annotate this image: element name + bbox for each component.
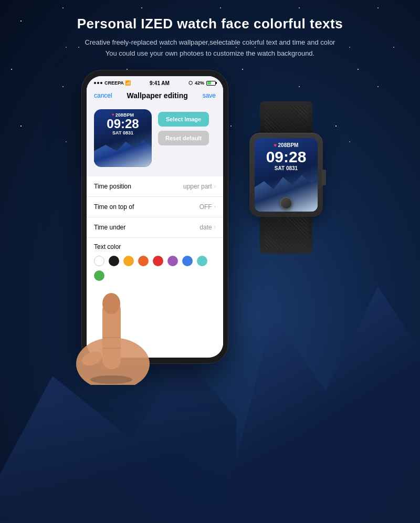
battery-percent: 42% bbox=[195, 80, 204, 86]
watch-face-time: 09:28 bbox=[94, 118, 152, 130]
status-bar: CREEPA 📶 9:41 AM ⬡ 42% bbox=[87, 76, 223, 88]
watch-strap-top bbox=[260, 101, 312, 133]
page-content: Personal IZED watch face colorful texts … bbox=[0, 0, 420, 364]
watch-buttons: Select Image Reset default bbox=[158, 109, 209, 167]
chevron-icon: › bbox=[214, 183, 216, 189]
watch-preview-area: ♥ 208BPM 09:28 SAT 0831 Select Image Res… bbox=[87, 104, 223, 172]
app-title: Wallpaper editing bbox=[127, 91, 188, 100]
battery-fill bbox=[207, 81, 211, 85]
watch-device: ♥ 208BPM 09:28 SAT 0831 bbox=[234, 101, 339, 248]
color-dot-red[interactable] bbox=[153, 256, 163, 266]
heart-icon-large: ♥ bbox=[274, 142, 277, 148]
watch-home-button[interactable] bbox=[280, 197, 292, 210]
hand-svg bbox=[71, 269, 176, 385]
settings-item-time-under[interactable]: Time under date › bbox=[87, 217, 223, 238]
chevron-icon-3: › bbox=[214, 224, 216, 230]
settings-item-time-on-top[interactable]: Time on top of OFF › bbox=[87, 197, 223, 217]
watch-strap-bottom bbox=[260, 217, 312, 254]
watch-screen-date: SAT 0831 bbox=[255, 165, 318, 171]
time-under-value: date bbox=[200, 224, 212, 231]
watch-body: ♥ 208BPM 09:28 SAT 0831 bbox=[249, 133, 323, 217]
status-right: ⬡ 42% bbox=[188, 80, 216, 86]
color-dot-black[interactable] bbox=[109, 256, 119, 266]
time-position-value: upper part bbox=[183, 183, 212, 190]
bluetooth-icon: ⬡ bbox=[188, 80, 193, 86]
signal-dot3 bbox=[100, 82, 102, 84]
carrier-label: CREEPA bbox=[104, 80, 124, 86]
watch-screen-time: 09:28 bbox=[255, 148, 318, 165]
color-dot-orange[interactable] bbox=[138, 256, 149, 266]
watch-face-preview: ♥ 208BPM 09:28 SAT 0831 bbox=[94, 109, 152, 167]
watch-screen-bpm: ♥ 208BPM bbox=[255, 142, 318, 148]
settings-label-time-under: Time under bbox=[94, 224, 125, 231]
settings-label-time-position: Time position bbox=[94, 183, 131, 190]
time-on-top-value: OFF bbox=[200, 203, 212, 211]
cancel-button[interactable]: cancel bbox=[94, 92, 112, 99]
select-image-button[interactable]: Select Image bbox=[158, 112, 209, 127]
watch-side-button bbox=[322, 170, 326, 185]
subtitle-line2: You could use your own photoes to custom… bbox=[106, 49, 314, 57]
signal-dot1 bbox=[94, 82, 96, 84]
watch-device-wrapper: ♥ 208BPM 09:28 SAT 0831 bbox=[234, 101, 339, 248]
color-dot-white[interactable] bbox=[94, 256, 104, 266]
settings-item-time-position[interactable]: Time position upper part › bbox=[87, 176, 223, 197]
svg-point-2 bbox=[102, 293, 120, 314]
battery-icon bbox=[206, 81, 216, 86]
watch-bpm-value: 208BPM bbox=[278, 142, 299, 148]
reset-default-button[interactable]: Reset default bbox=[158, 131, 209, 145]
status-time: 9:41 AM bbox=[150, 80, 170, 86]
phone-wrapper: CREEPA 📶 9:41 AM ⬡ 42% bbox=[81, 70, 228, 364]
settings-value-time-on-top: OFF › bbox=[200, 203, 216, 211]
color-dot-purple[interactable] bbox=[167, 256, 178, 266]
page-title: Personal IZED watch face colorful texts bbox=[77, 16, 343, 32]
wifi-icon: 📶 bbox=[125, 80, 131, 86]
color-dot-blue[interactable] bbox=[182, 256, 193, 266]
watch-face-date: SAT 0831 bbox=[94, 130, 152, 135]
watch-face-mountain bbox=[94, 135, 152, 167]
main-area: CREEPA 📶 9:41 AM ⬡ 42% bbox=[0, 70, 420, 364]
save-button[interactable]: save bbox=[203, 92, 216, 99]
status-left: CREEPA 📶 bbox=[94, 80, 131, 86]
settings-value-time-position: upper part › bbox=[183, 183, 216, 190]
svg-point-6 bbox=[90, 375, 132, 384]
watch-face-text: ♥ 208BPM 09:28 SAT 0831 bbox=[94, 112, 152, 135]
app-header: cancel Wallpaper editing save bbox=[87, 88, 223, 104]
text-color-label: Text color bbox=[94, 243, 216, 250]
hand-area bbox=[71, 269, 176, 385]
watch-screen-text: ♥ 208BPM 09:28 SAT 0831 bbox=[255, 142, 318, 171]
header-section: Personal IZED watch face colorful texts … bbox=[46, 16, 374, 59]
settings-value-time-under: date › bbox=[200, 224, 216, 231]
color-dot-yellow[interactable] bbox=[123, 256, 134, 266]
subtitle-line1: Creative freely-replaced watch wallpaper… bbox=[85, 38, 335, 46]
chevron-icon-2: › bbox=[214, 204, 216, 210]
settings-label-time-on-top: Time on top of bbox=[94, 203, 134, 211]
signal-dot2 bbox=[97, 82, 99, 84]
page-subtitle: Creative freely-replaced watch wallpaper… bbox=[77, 37, 343, 59]
color-dot-cyan[interactable] bbox=[197, 256, 207, 266]
